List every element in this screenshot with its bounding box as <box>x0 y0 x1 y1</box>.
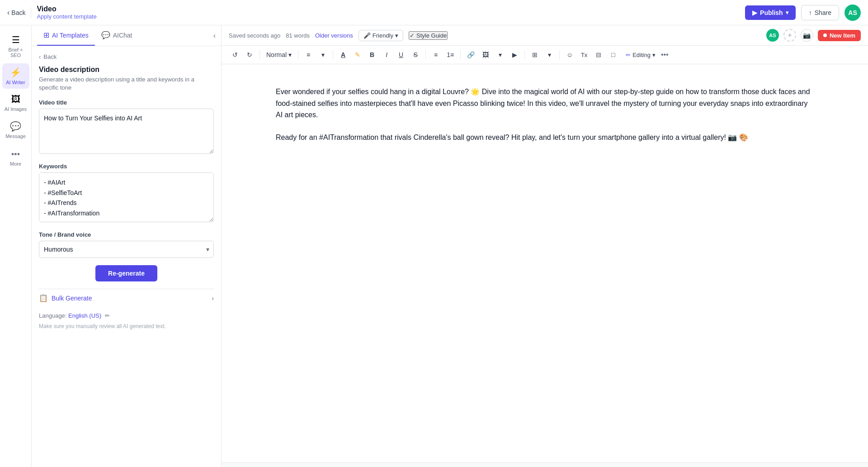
align-button[interactable]: ≡ <box>302 48 315 61</box>
editing-mode-button[interactable]: ✏ Editing ▾ <box>623 50 658 60</box>
share-button[interactable]: ↑ Share <box>801 5 839 20</box>
style-guide-label: Style Guide <box>416 32 447 39</box>
bulk-generate-left: 📋 Bulk Generate <box>39 294 92 302</box>
panel-back-label: Back <box>43 53 57 60</box>
tab-ai-templates[interactable]: ⊞ AI Templates <box>37 25 95 46</box>
language-link[interactable]: English (US) <box>68 312 101 319</box>
new-item-label: New Item <box>830 32 855 39</box>
word-count: 81 words <box>286 32 310 39</box>
toolbar-separator-6 <box>524 50 525 59</box>
bulk-generate-icon: 📋 <box>39 294 48 302</box>
video-title-input[interactable] <box>39 109 214 154</box>
sidebar-item-more[interactable]: ••• More <box>2 144 29 170</box>
formatting-toolbar: ↺ ↻ Normal ▾ ≡ ▾ A ✎ B I U S ≡ 1≡ 🔗 🖼 ▾ <box>222 46 868 64</box>
sidebar-label-message: Message <box>5 133 26 139</box>
play-button[interactable]: ▶ <box>508 48 521 61</box>
panel-back-button[interactable]: ‹ Back <box>39 53 214 60</box>
templates-icon: ⊞ <box>43 31 49 39</box>
back-button[interactable]: ‹ Back <box>7 9 25 17</box>
new-item-button[interactable]: New Item <box>818 30 861 41</box>
side-panel: ⊞ AI Templates 💬 AIChat ‹ ‹ Back Video d… <box>32 25 222 467</box>
header-divider <box>31 7 31 18</box>
tone-select-wrapper: Humorous Friendly Professional Casual Fo… <box>39 241 214 258</box>
tone-select[interactable]: Humorous Friendly Professional Casual Fo… <box>39 241 214 258</box>
toolbar-separator-7 <box>559 50 560 59</box>
keywords-field-group: Keywords <box>39 163 214 224</box>
editor-paragraph-2: Ready for an #AITransformation that riva… <box>276 132 814 143</box>
ai-images-icon: 🖼 <box>11 94 20 105</box>
regenerate-button[interactable]: Re-generate <box>95 265 157 281</box>
app-title: Video <box>37 5 96 13</box>
sidebar-label-more: More <box>10 161 21 167</box>
editor-content[interactable]: Ever wondered if your selfies could hang… <box>222 64 868 462</box>
share-icon: ↑ <box>809 9 812 16</box>
highlight-button[interactable]: ✎ <box>351 48 364 61</box>
header-right: ▶ Publish ▾ ↑ Share AS <box>745 5 861 21</box>
bullet-list-button[interactable]: ≡ <box>429 48 442 61</box>
sidebar-item-ai-writer[interactable]: ⚡ AI Writer <box>2 63 29 89</box>
bulk-generate-button[interactable]: Bulk Generate <box>52 295 92 302</box>
share-label: Share <box>815 9 831 16</box>
avatar[interactable]: AS <box>844 5 861 21</box>
emoji-button[interactable]: ☺ <box>563 48 576 61</box>
collapse-panel-button[interactable]: ‹ <box>213 32 216 40</box>
editing-label: Editing <box>632 52 651 58</box>
bulk-generate-row: 📋 Bulk Generate › <box>39 289 214 307</box>
saved-text: Saved seconds ago <box>229 32 280 39</box>
edit-language-icon[interactable]: ✏ <box>105 312 110 319</box>
style-guide-button[interactable]: ✓ Style Guide <box>409 31 448 40</box>
style-dropdown[interactable]: Normal ▾ <box>264 49 294 60</box>
italic-button[interactable]: I <box>380 48 393 61</box>
sidebar-item-ai-images[interactable]: 🖼 AI Images <box>2 91 29 115</box>
chevron-down-icon: ▾ <box>786 10 788 16</box>
back-label: Back <box>11 9 25 16</box>
panel-section-desc: Generate a video description using a tit… <box>39 76 214 92</box>
more-dots-icon: ••• <box>11 150 20 159</box>
more-format-button[interactable]: ⊟ <box>592 48 605 61</box>
horizontal-scrollbar[interactable] <box>222 462 868 467</box>
add-collaborator-button[interactable]: + <box>783 29 796 42</box>
friendly-button[interactable]: 🎤 Friendly ▾ <box>359 30 403 41</box>
sidebar-item-brief-seo[interactable]: ☰ Brief + SEO <box>2 31 29 62</box>
brief-seo-icon: ☰ <box>12 34 20 45</box>
sidebar-label-brief-seo: Brief + SEO <box>4 47 28 58</box>
record-dot-icon <box>823 33 827 37</box>
chevron-left-icon: ‹ <box>7 9 9 17</box>
comment-button[interactable]: □ <box>607 48 619 61</box>
style-guide-icon: ✓ <box>410 32 415 39</box>
panel-content: ‹ Back Video description Generate a vide… <box>32 46 221 467</box>
ordered-list-button[interactable]: 1≡ <box>444 48 457 61</box>
image-chevron-button[interactable]: ▾ <box>494 48 506 61</box>
chat-icon: 💬 <box>101 31 110 39</box>
more-options-button[interactable]: ••• <box>661 51 669 59</box>
image-button[interactable]: 🖼 <box>479 48 492 61</box>
disclaimer-text: Make sure you manually review all AI gen… <box>39 323 214 330</box>
camera-button[interactable]: 📷 <box>801 29 813 42</box>
toolbar-separator-5 <box>460 50 461 59</box>
table-chevron-button[interactable]: ▾ <box>543 48 556 61</box>
redo-button[interactable]: ↻ <box>243 48 256 61</box>
strikethrough-button[interactable]: S <box>409 48 422 61</box>
tone-field-group: Tone / Brand voice Humorous Friendly Pro… <box>39 231 214 258</box>
keywords-input[interactable] <box>39 172 214 222</box>
older-versions-button[interactable]: Older versions <box>315 32 353 39</box>
publish-button[interactable]: ▶ Publish ▾ <box>745 5 796 20</box>
top-header: ‹ Back Video Apply content template ▶ Pu… <box>0 0 868 25</box>
toolbar-separator-1 <box>259 50 260 59</box>
header-left: ‹ Back Video Apply content template <box>7 5 97 20</box>
toolbar-separator-2 <box>298 50 298 59</box>
table-button[interactable]: ⊞ <box>528 48 541 61</box>
text-color-button[interactable]: A <box>337 48 349 61</box>
align-chevron-button[interactable]: ▾ <box>316 48 329 61</box>
underline-button[interactable]: U <box>395 48 407 61</box>
apply-template-link[interactable]: Apply content template <box>37 13 96 20</box>
tone-label: Tone / Brand voice <box>39 231 214 238</box>
tab-ai-chat[interactable]: 💬 AIChat <box>95 25 139 46</box>
clear-format-button[interactable]: Tx <box>578 48 590 61</box>
icon-sidebar: ☰ Brief + SEO ⚡ AI Writer 🖼 AI Images 💬 … <box>0 25 32 467</box>
undo-button[interactable]: ↺ <box>229 48 241 61</box>
bold-button[interactable]: B <box>366 48 378 61</box>
link-button[interactable]: 🔗 <box>464 48 477 61</box>
sidebar-item-message[interactable]: 💬 Message <box>2 117 29 143</box>
panel-tabs: ⊞ AI Templates 💬 AIChat ‹ <box>32 25 221 46</box>
